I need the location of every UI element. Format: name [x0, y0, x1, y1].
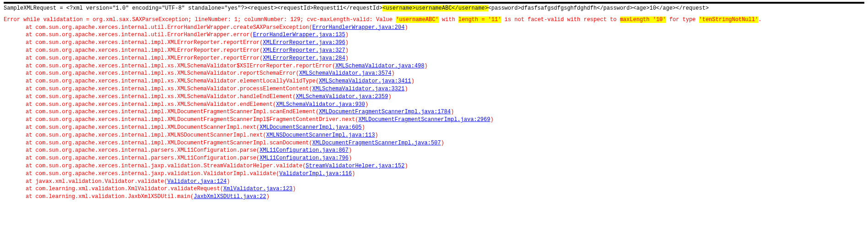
- stack-frame: at com.sun.org.apache.xerces.internal.im…: [4, 62, 864, 70]
- stack-frame-source-link[interactable]: XMLSchemaValidator.java:3574: [299, 70, 392, 77]
- stack-frame-source-link[interactable]: XMLSchemaValidator.java:2359: [296, 94, 388, 100]
- stack-frame-suffix: ): [411, 78, 415, 84]
- error-p3: with: [439, 17, 458, 23]
- stack-frame-prefix: at com.sun.org.apache.xerces.internal.im…: [26, 109, 319, 115]
- stack-frame-prefix: at com.sun.org.apache.xerces.internal.im…: [26, 86, 313, 92]
- console-output: SampleXMLRequest = <?xml version="1.0" e…: [4, 2, 864, 201]
- stack-frame-prefix: at javax.xml.validation.Validator.valida…: [26, 178, 167, 185]
- stack-frame: at com.sun.org.apache.xerces.internal.im…: [4, 132, 864, 139]
- stack-frame-source-link[interactable]: XMLErrorReporter.java:396: [263, 39, 345, 46]
- stack-frame-prefix: at com.learning.xml.validation.XmlValida…: [26, 186, 223, 192]
- stack-frame-prefix: at com.sun.org.apache.xerces.internal.ut…: [26, 24, 313, 31]
- stack-frame-source-link[interactable]: Validator.java:124: [167, 178, 227, 185]
- stack-frame-prefix: at com.sun.org.apache.xerces.internal.ja…: [26, 171, 280, 177]
- stack-frame-suffix: ): [345, 32, 349, 38]
- stack-frame-prefix: at com.sun.org.apache.xerces.internal.im…: [26, 140, 313, 146]
- stack-frame: at com.sun.org.apache.xerces.internal.ja…: [4, 170, 864, 178]
- stack-frame-prefix: at com.learning.xml.validation.JaxbXmlXS…: [26, 193, 194, 200]
- stack-frame-prefix: at com.sun.org.apache.xerces.internal.pa…: [26, 155, 259, 161]
- error-highlight-maxlength: maxLength '10': [620, 17, 666, 23]
- stack-frame-prefix: at com.sun.org.apache.xerces.internal.im…: [26, 39, 263, 46]
- stack-frame-source-link[interactable]: JaxbXmlXSDUtil.java:22: [194, 193, 266, 200]
- stack-frame-source-link[interactable]: XML11Configuration.java:867: [259, 147, 348, 154]
- stack-frame: at com.sun.org.apache.xerces.internal.im…: [4, 85, 864, 93]
- stack-frame-suffix: ): [345, 39, 349, 46]
- error-p6: .: [758, 17, 761, 23]
- stack-frame: at com.sun.org.apache.xerces.internal.im…: [4, 139, 864, 147]
- stack-frame: at com.sun.org.apache.xerces.internal.ut…: [4, 31, 864, 39]
- stack-frame: at com.learning.xml.validation.JaxbXmlXS…: [4, 193, 864, 201]
- stack-frame-source-link[interactable]: XMLDocumentFragmentScannerImpl.java:507: [313, 140, 441, 146]
- stack-frame-source-link[interactable]: XmlValidator.java:123: [223, 186, 292, 192]
- stack-frame: at com.sun.org.apache.xerces.internal.im…: [4, 70, 864, 77]
- stack-frame: at com.sun.org.apache.xerces.internal.im…: [4, 47, 864, 55]
- stack-frame-suffix: ): [352, 171, 355, 177]
- stack-frame-prefix: at com.sun.org.apache.xerces.internal.im…: [26, 47, 263, 54]
- stack-frame-suffix: ): [349, 155, 352, 161]
- stack-frame-source-link[interactable]: XMLDocumentFragmentScannerImpl.java:2969: [358, 116, 490, 123]
- stack-frame-suffix: ): [404, 163, 408, 169]
- stack-frame-source-link[interactable]: XMLNSDocumentScannerImpl.java:113: [266, 132, 375, 138]
- stack-frame-prefix: at com.sun.org.apache.xerces.internal.ut…: [26, 32, 253, 38]
- stack-frame: at com.sun.org.apache.xerces.internal.im…: [4, 101, 864, 109]
- error-p4: is not facet-valid with respect to: [501, 17, 620, 23]
- stack-frame-prefix: at com.sun.org.apache.xerces.internal.ja…: [26, 163, 306, 169]
- stack-frame: at com.sun.org.apache.xerces.internal.ja…: [4, 162, 864, 170]
- error-highlight-length: length = '11': [458, 17, 501, 23]
- stack-frame-source-link[interactable]: XMLSchemaValidator.java:930: [276, 101, 365, 108]
- stack-frame: at javax.xml.validation.Validator.valida…: [4, 178, 864, 186]
- stack-frame-suffix: ): [362, 124, 365, 131]
- stack-frame-source-link[interactable]: XML11Configuration.java:796: [259, 155, 348, 161]
- stack-frame: at com.sun.org.apache.xerces.internal.pa…: [4, 154, 864, 162]
- stack-frame-prefix: at com.sun.org.apache.xerces.internal.im…: [26, 116, 358, 123]
- stack-frame-suffix: ): [391, 70, 394, 77]
- xml-prefix: SampleXMLRequest = <?xml version="1.0" e…: [4, 5, 383, 11]
- stack-frame-prefix: at com.sun.org.apache.xerces.internal.im…: [26, 63, 335, 69]
- stack-frame: at com.sun.org.apache.xerces.internal.im…: [4, 124, 864, 132]
- error-p2: cvc-maxLength-valid: Value: [303, 17, 396, 23]
- stack-frame-prefix: at com.sun.org.apache.xerces.internal.im…: [26, 94, 296, 100]
- stack-frame-suffix: ): [404, 24, 408, 31]
- stack-frame-source-link[interactable]: XMLDocumentFragmentScannerImpl.java:1784: [319, 109, 451, 115]
- error-highlight-type: 'tenStringNotNull': [699, 17, 759, 23]
- stack-frame-source-link[interactable]: StreamValidatorHelper.java:152: [306, 163, 404, 169]
- error-highlight-value: 'usernameABC': [396, 17, 439, 23]
- stack-frame: at com.sun.org.apache.xerces.internal.pa…: [4, 147, 864, 154]
- stack-frame-suffix: ): [345, 47, 349, 54]
- stack-frame: at com.sun.org.apache.xerces.internal.im…: [4, 55, 864, 62]
- stack-frame-suffix: ): [490, 116, 493, 123]
- error-p1: Error while validatation = org.xml.sax.S…: [4, 17, 303, 23]
- stack-frame-suffix: ): [388, 94, 391, 100]
- stack-frame-prefix: at com.sun.org.apache.xerces.internal.im…: [26, 124, 259, 131]
- stack-frame-source-link[interactable]: ValidatorImpl.java:116: [280, 171, 352, 177]
- stack-frame-prefix: at com.sun.org.apache.xerces.internal.im…: [26, 132, 266, 138]
- stack-frame-suffix: ): [365, 101, 368, 108]
- stack-frame-source-link[interactable]: XMLDocumentScannerImpl.java:605: [259, 124, 361, 131]
- stack-frame: at com.sun.org.apache.xerces.internal.im…: [4, 93, 864, 101]
- top-border: [4, 2, 864, 4]
- stack-frame-source-link[interactable]: ErrorHandlerWrapper.java:204: [313, 24, 405, 31]
- stack-frame: at com.sun.org.apache.xerces.internal.im…: [4, 108, 864, 116]
- stack-frame-suffix: ): [424, 63, 427, 69]
- stack-frame-source-link[interactable]: XMLSchemaValidator.java:498: [335, 63, 424, 69]
- stack-frame-source-link[interactable]: XMLSchemaValidator.java:3411: [319, 78, 411, 84]
- stack-frame-suffix: ): [292, 186, 296, 192]
- stack-frame-suffix: ): [451, 109, 454, 115]
- stack-frame-suffix: ): [404, 86, 408, 92]
- xml-suffix: <password>dfasfsafgsdfgsghfdghdfh</passw…: [488, 5, 709, 11]
- stack-frame-prefix: at com.sun.org.apache.xerces.internal.im…: [26, 70, 299, 77]
- stack-frame-suffix: ): [441, 140, 444, 146]
- stack-frame-source-link[interactable]: ErrorHandlerWrapper.java:135: [253, 32, 345, 38]
- stack-frame-source-link[interactable]: XMLErrorReporter.java:327: [263, 47, 345, 54]
- stack-frame-source-link[interactable]: XMLErrorReporter.java:284: [263, 55, 345, 61]
- stack-frame-prefix: at com.sun.org.apache.xerces.internal.im…: [26, 55, 263, 61]
- stack-frame-suffix: ): [375, 132, 378, 138]
- xml-request-line: SampleXMLRequest = <?xml version="1.0" e…: [4, 5, 864, 12]
- stack-frame-source-link[interactable]: XMLSchemaValidator.java:3321: [313, 86, 405, 92]
- stack-frame-prefix: at com.sun.org.apache.xerces.internal.pa…: [26, 147, 259, 154]
- stack-frame-suffix: ): [226, 178, 230, 185]
- stack-frame: at com.sun.org.apache.xerces.internal.ut…: [4, 24, 864, 32]
- stack-frame: at com.sun.org.apache.xerces.internal.im…: [4, 39, 864, 47]
- stack-trace: at com.sun.org.apache.xerces.internal.ut…: [4, 24, 864, 201]
- error-summary-line: Error while validatation = org.xml.sax.S…: [4, 16, 864, 24]
